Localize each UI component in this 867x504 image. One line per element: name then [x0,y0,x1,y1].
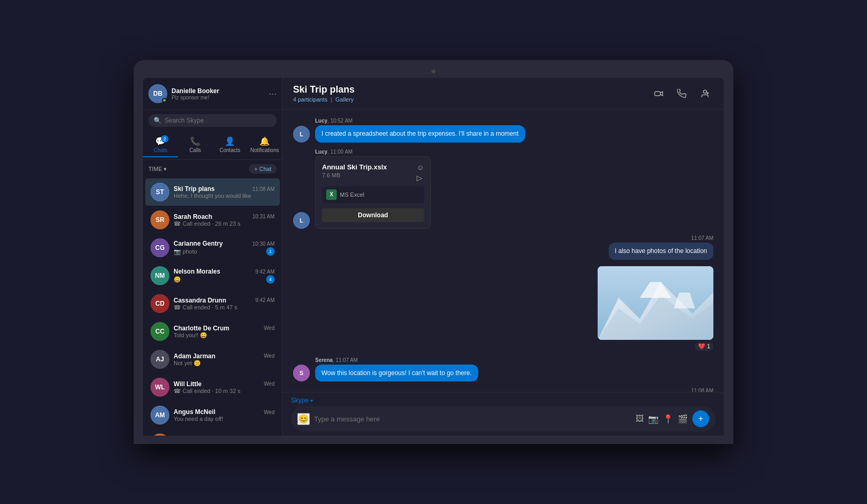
forward-icon[interactable]: ▷ [417,174,424,182]
laptop-frame: DB Danielle Booker Plz sponsor me! ··· 🔍… [134,60,733,444]
main-chat-area: Ski Trip plans 4 participants | Gallery [283,78,724,436]
tab-notifications[interactable]: 🔔 Notifications [247,133,282,157]
chat-time: 10:31 AM [253,214,275,219]
chat-list-header: TIME ▾ + Chat [143,160,282,178]
avatar-wrapper: AM [150,406,169,425]
chat-info: Cassandra Drunn 9:42 AM ☎ Call ended · 5… [174,297,275,311]
download-button[interactable]: Download [322,208,424,222]
avatar-wrapper: WL [150,378,169,397]
messages-area: L Lucy, 10:52 AM I created a spreadsheet… [283,109,724,392]
contacts-icon: 👤 [225,136,235,146]
more-options-button[interactable]: ··· [269,88,277,99]
chat-info: Sarah Roach 10:31 AM ☎ Call ended · 26 m… [174,213,275,227]
skype-label-row: Skype ▾ [291,397,715,404]
message-meta: Lucy, 11:00 AM [315,149,431,155]
chat-item-will[interactable]: WL Will Little Wed ☎ Call ended · 10 m 3… [145,374,280,401]
sender-name: Lucy [315,149,327,155]
message-input[interactable] [314,415,631,423]
emoji-react-icon[interactable]: ☺ [417,163,424,172]
add-participant-button[interactable] [697,85,713,102]
skype-chevron-icon[interactable]: ▾ [310,398,313,404]
image-upload-icon[interactable]: 🖼 [636,414,644,424]
message-avatar: L [293,212,310,229]
search-icon: 🔍 [154,117,162,124]
ski-location-image[interactable] [598,266,713,340]
chat-item-adam[interactable]: AJ Adam Jarman Wed Not yet 😕 [145,346,280,373]
message-row-serena: S Serena, 11:07 AM Wow this location is … [293,357,713,382]
chat-top: Angus McNeil Wed [174,408,275,416]
profile-status: Plz sponsor me! [172,95,269,100]
file-action-icons: ☺ ▷ [417,163,424,182]
chat-header: Ski Trip plans 4 participants | Gallery [283,78,724,109]
chat-name: Charlotte De Crum [174,325,229,332]
chat-item-ski-trip[interactable]: ST Ski Trip plans 11:08 AM Hehe, I thoug… [145,178,280,206]
message-content-last: 11:08 AM Hehe, I thought you would like … [610,388,713,392]
profile-name: Danielle Booker [172,87,269,95]
sender-name: Lucy [315,118,327,124]
nav-tabs: 💬 Chats 2 📞 Calls 👤 Contacts 🔔 Notificat… [143,131,282,160]
chat-name: Cassandra Drunn [174,297,226,304]
avatar: CD [150,294,169,313]
profile-avatar-wrapper: DB [148,84,167,103]
chat-name: Nelson Morales [174,268,220,275]
chat-top: Adam Jarman Wed [174,352,275,360]
chat-preview: ☎ Call ended · 26 m 23 s [174,220,275,227]
message-content-file: Lucy, 11:00 AM Annual Ski Trip.xslx 7.6 … [315,149,431,229]
chat-name: Carianne Gentry [174,240,223,247]
new-chat-button[interactable]: + Chat [249,164,277,174]
chat-item-sarah-roach[interactable]: SR Sarah Roach 10:31 AM ☎ Call ended · 2… [145,206,280,234]
emoji-button[interactable]: 😊 [297,413,310,425]
skype-label[interactable]: Skype [291,397,308,404]
chat-name: Ski Trip plans [174,185,215,193]
search-input[interactable] [165,117,271,124]
video-call-button[interactable] [650,85,667,102]
sort-button[interactable]: TIME ▾ [148,166,167,173]
chat-preview: Not yet 😕 [174,360,275,367]
chat-time: Wed [264,325,275,331]
chat-time: 10:30 AM [253,241,275,247]
chat-preview: 😄 4 [174,275,275,284]
gallery-link[interactable]: Gallery [336,96,354,103]
chat-time: 11:08 AM [253,186,275,192]
tab-calls[interactable]: 📞 Calls [178,133,213,157]
chat-title: Ski Trip plans [293,84,355,95]
chat-time: Wed [264,353,275,359]
chat-item-cassandra[interactable]: CD Cassandra Drunn 9:42 AM ☎ Call ended … [145,290,280,317]
message-bubble: I also have photos of the location [609,243,713,260]
location-icon[interactable]: 📍 [663,414,673,424]
search-bar[interactable]: 🔍 [148,114,277,127]
tab-chats[interactable]: 💬 Chats 2 [143,133,178,157]
media-icon[interactable]: 📷 [648,414,659,424]
chat-item-mj[interactable]: MP MJ Price Tue Teehee! [145,429,280,436]
chat-item-nelson[interactable]: NM Nelson Morales 9:42 AM 😄 4 [145,262,280,289]
avatar: CC [150,322,169,341]
svg-point-1 [703,90,707,93]
send-button[interactable]: + [692,410,709,427]
chat-name: Angus McNeil [174,408,215,416]
avatar: CG [150,238,169,257]
chats-badge: 2 [161,135,168,143]
message-content-serena: Serena, 11:07 AM Wow this location is go… [315,357,478,382]
chats-label: Chats [154,147,167,153]
chat-item-angus[interactable]: AM Angus McNeil Wed You need a day off! [145,401,280,429]
message-row-right: 11:07 AM I also have photos of the locat… [293,235,713,260]
video-icon[interactable]: 🎬 [678,414,688,424]
tab-contacts[interactable]: 👤 Contacts [213,133,247,157]
chat-info: Adam Jarman Wed Not yet 😕 [174,352,275,367]
unread-badge: 4 [266,275,275,284]
preview-text: 📷 photo [174,248,197,255]
sidebar: DB Danielle Booker Plz sponsor me! ··· 🔍… [143,78,283,436]
message-content-image: ❤️ 1 [598,266,713,351]
message-content-right: 11:07 AM I also have photos of the locat… [609,235,713,260]
chat-subtitle: 4 participants | Gallery [293,96,355,103]
message-bubble: I created a spreadsheet about the trip e… [315,125,525,143]
voice-call-button[interactable] [673,85,690,102]
input-row: 😊 🖼 📷 📍 🎬 + [291,406,715,431]
chat-name: Adam Jarman [174,352,215,360]
laptop-bottom-bar [143,436,724,444]
message-avatar: S [293,365,310,381]
chat-item-carianne[interactable]: CG Carianne Gentry 10:30 AM 📷 photo 1 [145,234,280,261]
sender-name: Serena [315,357,332,363]
heart-reaction[interactable]: ❤️ 1 [695,342,713,351]
chat-item-charlotte[interactable]: CC Charlotte De Crum Wed Told you!! 😄 [145,318,280,345]
